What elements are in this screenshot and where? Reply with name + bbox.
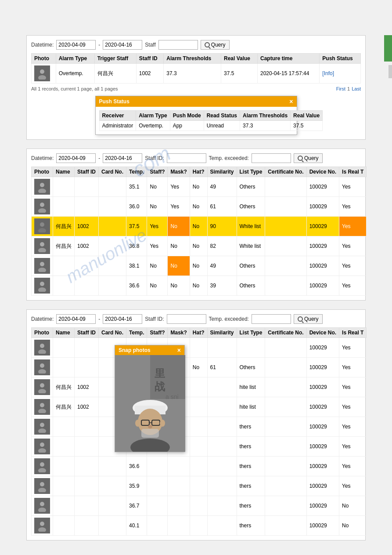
photo-thumb xyxy=(34,258,50,274)
listtype-cell: White list xyxy=(237,236,265,256)
t3-col-similarity: Similarity xyxy=(207,328,237,338)
table-row: Overtemp. 何昌兴 1002 37.3 37.5 2020-04-15 … xyxy=(32,64,361,83)
push-dialog-close[interactable]: × xyxy=(289,98,293,105)
temp-date-sep: - xyxy=(98,155,100,161)
table-row: 36.7 thers 100029 No xyxy=(32,496,367,516)
temp2-table-header: Photo Name Staff ID Card No. Temp. Staff… xyxy=(32,328,367,338)
staff-cell: No xyxy=(147,177,168,197)
snap-dialog-close[interactable]: × xyxy=(177,347,181,354)
pagination-controls: First 1 Last xyxy=(336,86,361,91)
temp2-staff-id-input[interactable] xyxy=(167,314,206,324)
last-page-btn[interactable]: Last xyxy=(352,86,361,91)
t3-col-card-no: Card No. xyxy=(99,328,126,338)
photo-thumb xyxy=(34,439,50,454)
svg-point-16 xyxy=(40,363,44,368)
t2-col-card-no: Card No. xyxy=(99,167,126,177)
accent-bar-small xyxy=(388,65,392,78)
table-row: Administrator Overtemp. App Unread 37.3 … xyxy=(99,121,323,131)
temp2-exceeded-input[interactable] xyxy=(252,314,291,324)
col-staff-id: Staff ID xyxy=(136,54,163,64)
t2-col-mask: Mask? xyxy=(168,167,190,177)
table-row: 35.9 thers 100029 Yes xyxy=(32,476,367,496)
temp-date-start[interactable] xyxy=(56,153,96,163)
page-num: 1 xyxy=(347,86,350,91)
temp-query-button[interactable]: Query xyxy=(294,153,323,163)
pagination-info: All 1 records, current 1 page, all 1 pag… xyxy=(31,86,118,91)
staffid-cell xyxy=(75,177,99,197)
alarm-type-cell: Overtemp. xyxy=(56,64,94,83)
alarm-query-label: Query xyxy=(211,42,226,48)
temp-cell: 36.0 xyxy=(126,197,147,217)
photo-thumb xyxy=(34,359,50,375)
snap-dialog-titlebar: Snap photos × xyxy=(115,345,184,355)
svg-point-30 xyxy=(40,502,44,506)
isreal-cell: Yes xyxy=(339,256,367,276)
name-cell: 何昌兴 xyxy=(53,236,75,256)
mask-cell: Yes xyxy=(168,197,190,217)
alarm-staff-input[interactable] xyxy=(158,40,198,50)
temp-cell: 38.1 xyxy=(126,256,147,276)
svg-point-45 xyxy=(148,425,152,428)
isreal-cell: Yes xyxy=(339,197,367,217)
staff-cell: Yes xyxy=(147,236,168,256)
push-thresholds: 37.3 xyxy=(240,121,291,131)
photo-thumb xyxy=(34,498,50,514)
svg-point-5 xyxy=(38,208,46,213)
svg-point-2 xyxy=(40,183,44,187)
staffid-cell: 1002 xyxy=(75,236,99,256)
svg-point-18 xyxy=(40,383,44,388)
table-row: 38.1 No No No 49 Others 100029 Yes xyxy=(32,256,367,276)
t3-col-staff-id: Staff ID xyxy=(75,328,99,338)
svg-text:a sni: a sni xyxy=(165,393,179,400)
accent-bar xyxy=(384,35,392,62)
temp2-date-start[interactable] xyxy=(56,314,96,324)
cardno-cell xyxy=(99,197,126,217)
temp-records-panel: Datetime: - Staff ID: Temp. exceeded: Qu… xyxy=(26,149,366,301)
t2-col-is-real: Is Real T xyxy=(339,167,367,177)
svg-rect-46 xyxy=(141,429,159,438)
alarm-thresholds-cell: 37.3 xyxy=(164,64,221,83)
alarm-query-button[interactable]: Query xyxy=(201,40,230,50)
temp-staff-id-input[interactable] xyxy=(167,153,206,163)
similarity-cell: 82 xyxy=(207,236,237,256)
first-page-btn[interactable]: First xyxy=(336,86,345,91)
cardno-cell xyxy=(99,217,126,236)
certno-cell xyxy=(265,197,306,217)
similarity-cell: 61 xyxy=(207,197,237,217)
svg-point-22 xyxy=(40,423,44,427)
temp2-table: Photo Name Staff ID Card No. Temp. Staff… xyxy=(31,327,367,536)
push-dialog-area: Push Status × Receiver Alarm Type Push M… xyxy=(31,96,361,135)
temp2-search-icon xyxy=(298,316,303,322)
svg-point-12 xyxy=(40,282,44,286)
datetime-label: Datetime: xyxy=(31,42,54,48)
svg-point-28 xyxy=(40,482,44,486)
svg-point-33 xyxy=(38,527,46,532)
hat-cell: No xyxy=(190,177,207,197)
listtype-cell: Others xyxy=(237,177,265,197)
temp2-query-button[interactable]: Query xyxy=(294,314,323,324)
certno-cell xyxy=(265,177,306,197)
staff-cell: Yes xyxy=(147,217,168,236)
info-link[interactable]: [Info] xyxy=(322,70,334,76)
capture-time-cell: 2020-04-15 17:57:44 xyxy=(257,64,319,83)
hat-cell: No xyxy=(190,256,207,276)
name-cell xyxy=(53,197,75,217)
push-dialog-content: Receiver Alarm Type Push Mode Read Statu… xyxy=(96,107,297,134)
alarm-date-start[interactable] xyxy=(56,40,96,50)
similarity-cell: 90 xyxy=(207,217,237,236)
svg-point-8 xyxy=(40,242,44,247)
similarity-cell: 49 xyxy=(207,177,237,197)
svg-point-13 xyxy=(38,287,46,292)
snap-photos-dialog: Snap photos × 里 战 a sni xyxy=(115,345,185,452)
temp2-query-label: Query xyxy=(304,316,319,322)
temp-exceeded-input[interactable] xyxy=(252,153,291,163)
real-value-cell: 37.5 xyxy=(221,64,257,83)
temp2-date-end[interactable] xyxy=(103,314,142,324)
similarity-cell: 39 xyxy=(207,276,237,296)
temp2-filter-row: Datetime: - Staff ID: Temp. exceeded: Qu… xyxy=(31,314,361,324)
temp-date-end[interactable] xyxy=(103,153,142,163)
push-real-value: 37.5 xyxy=(291,121,323,131)
table-row: 何昌兴1002 37.5 hite list 100029 Yes xyxy=(32,377,367,397)
isreal-cell: Yes xyxy=(339,217,367,236)
alarm-date-end[interactable] xyxy=(103,40,142,50)
